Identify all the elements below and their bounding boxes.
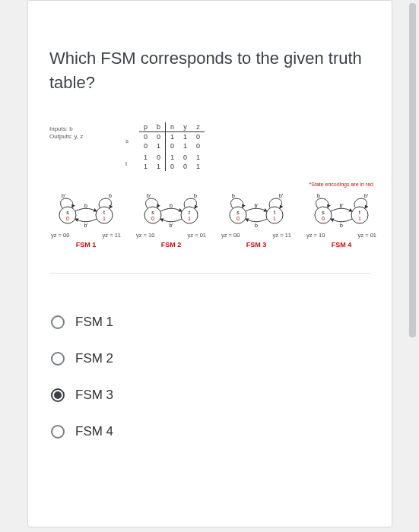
figure-area: Inputs: b Outputs: y, z s t p b n y z 0 …	[49, 125, 370, 274]
question-title: Which FSM corresponds to the given truth…	[49, 46, 370, 95]
radio-icon[interactable]	[51, 352, 65, 366]
svg-text:b: b	[109, 194, 112, 198]
svg-text:b: b	[255, 223, 258, 228]
svg-text:s: s	[236, 210, 240, 215]
svg-text:1: 1	[273, 216, 276, 221]
radio-icon[interactable]	[51, 388, 65, 402]
fsm-diagram-4: s 0 t 1 b b' b' b yz = 10 yz = 01 FSM 4	[302, 194, 381, 249]
state-encoding-note: *State encodings are in red	[309, 182, 373, 187]
svg-text:0: 0	[66, 216, 69, 221]
svg-text:t: t	[189, 210, 190, 215]
fsm-caption: FSM 4	[302, 241, 381, 249]
option-4[interactable]: FSM 4	[49, 413, 370, 450]
table-header-row: p b n y z	[139, 122, 205, 132]
svg-text:b': b'	[62, 194, 65, 198]
svg-text:1: 1	[188, 216, 191, 221]
svg-text:b': b'	[364, 194, 368, 198]
svg-text:b': b'	[169, 223, 173, 228]
svg-text:s: s	[322, 210, 325, 215]
svg-text:t: t	[103, 210, 105, 215]
row-label-t: t	[125, 160, 127, 167]
svg-text:b: b	[84, 203, 87, 208]
enc-left: yz = 00	[221, 232, 240, 239]
svg-text:b: b	[194, 194, 197, 198]
option-1[interactable]: FSM 1	[49, 304, 370, 340]
fsm-row: s 0 t 1 b' b b b' yz = 00 yz = 11 FSM 1 …	[46, 194, 381, 249]
svg-text:b': b'	[254, 203, 258, 208]
th-p: p	[139, 122, 152, 132]
svg-text:1: 1	[103, 216, 106, 221]
row-label-s: s	[125, 138, 129, 144]
question-card: Which FSM corresponds to the given truth…	[27, 0, 392, 527]
th-n: n	[166, 122, 179, 132]
fsm-diagram-2: s 0 t 1 b' b b b' yz = 10 yz = 01 FSM 2	[132, 194, 211, 249]
enc-right: yz = 11	[103, 232, 121, 239]
svg-text:t: t	[359, 210, 360, 215]
enc-left: yz = 00	[51, 232, 69, 239]
option-3[interactable]: FSM 3	[49, 377, 370, 413]
svg-text:b': b'	[147, 194, 151, 198]
fsm-diagram-1: s 0 t 1 b' b b b' yz = 00 yz = 11 FSM 1	[46, 194, 125, 249]
truth-table: p b n y z 0 0 1 1 0 0 1 0 1 0 1	[139, 122, 205, 171]
svg-text:b: b	[340, 223, 343, 228]
svg-text:b: b	[170, 203, 173, 208]
option-label: FSM 2	[75, 351, 113, 366]
fsm-caption: FSM 2	[132, 241, 211, 249]
io-block: Inputs: b Outputs: y, z	[49, 125, 83, 141]
radio-icon[interactable]	[51, 425, 65, 439]
svg-text:b: b	[317, 194, 320, 198]
fsm-caption: FSM 3	[217, 241, 296, 249]
enc-right: yz = 01	[188, 232, 206, 239]
outputs-label: Outputs: y, z	[49, 133, 83, 141]
option-label: FSM 4	[75, 424, 113, 439]
fsm-diagram-3: s 0 t 1 b b' b' b yz = 00 yz = 11 FSM 3	[217, 194, 296, 249]
enc-right: yz = 11	[273, 232, 291, 239]
svg-text:s: s	[151, 210, 154, 215]
enc-left: yz = 10	[136, 232, 154, 239]
svg-text:0: 0	[236, 216, 240, 221]
svg-text:s: s	[66, 210, 69, 215]
th-z: z	[192, 122, 205, 132]
svg-text:b': b'	[279, 194, 283, 198]
svg-text:1: 1	[358, 216, 361, 221]
table-row: 1 0 1 0 1	[139, 150, 205, 162]
inputs-label: Inputs: b	[49, 125, 83, 133]
fsm-caption: FSM 1	[46, 241, 125, 249]
svg-text:0: 0	[322, 216, 325, 221]
radio-icon[interactable]	[51, 315, 65, 329]
svg-text:b': b'	[339, 203, 343, 208]
table-row: 0 1 0 1 0	[139, 141, 205, 150]
answer-options: FSM 1FSM 2FSM 3FSM 4	[49, 304, 370, 450]
enc-left: yz = 10	[306, 232, 325, 239]
option-label: FSM 1	[75, 315, 113, 330]
svg-text:t: t	[274, 210, 275, 215]
option-label: FSM 3	[75, 388, 113, 403]
option-2[interactable]: FSM 2	[49, 340, 370, 377]
svg-text:b': b'	[84, 223, 87, 228]
svg-text:b: b	[232, 194, 235, 198]
table-row: 1 1 0 0 1	[139, 162, 205, 171]
scrollbar-thumb[interactable]	[409, 3, 416, 337]
th-b: b	[152, 122, 166, 132]
th-y: y	[179, 122, 192, 132]
table-row: 0 0 1 1 0	[139, 131, 205, 141]
svg-text:0: 0	[151, 216, 154, 221]
enc-right: yz = 01	[358, 232, 376, 239]
